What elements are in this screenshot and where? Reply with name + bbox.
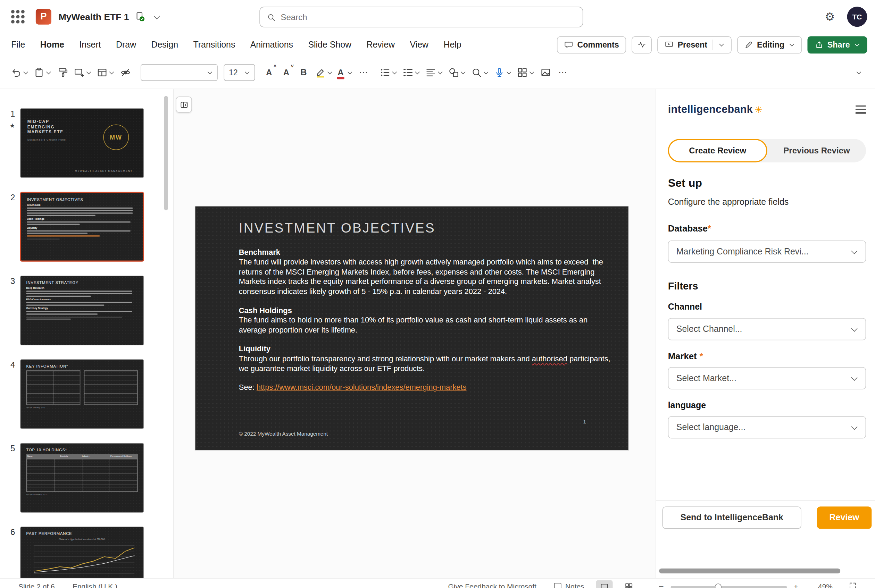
send-to-intelligencebank-button[interactable]: Send to IntelligenceBank xyxy=(662,506,801,529)
slide-thumbnail-3[interactable]: INVESTMENT STRATEGY Deep Research ESG Co… xyxy=(20,276,144,345)
review-button[interactable]: Review xyxy=(817,506,872,529)
feedback-link[interactable]: Give Feedback to Microsoft xyxy=(448,582,536,588)
zoom-slider[interactable] xyxy=(671,586,787,588)
share-dropdown-chevron-icon[interactable] xyxy=(855,42,860,46)
find-chevron-icon[interactable] xyxy=(484,69,489,74)
font-name-combo[interactable] xyxy=(141,64,218,81)
channel-select[interactable]: Select Channel... xyxy=(668,318,866,340)
settings-gear-icon[interactable]: ⚙ xyxy=(825,11,835,22)
slide-grid-button[interactable] xyxy=(515,63,536,82)
editing-dropdown-chevron-icon[interactable] xyxy=(789,42,794,46)
powerpoint-logo[interactable]: P xyxy=(36,9,51,25)
tab-file[interactable]: File xyxy=(11,40,25,50)
shapes-button[interactable] xyxy=(446,63,467,82)
zoom-in-button[interactable]: + xyxy=(793,582,798,588)
slide-editor[interactable]: INVESTMENT OBJECTIVES Benchmark The fund… xyxy=(195,207,628,450)
font-name-chevron-icon[interactable] xyxy=(207,69,212,74)
msci-hyperlink[interactable]: https://www.msci.com/our-solutions/index… xyxy=(257,384,467,392)
present-dropdown-chevron-icon[interactable] xyxy=(719,42,723,46)
comments-button[interactable]: Comments xyxy=(557,36,626,54)
normal-view-button[interactable] xyxy=(596,580,612,588)
language-status[interactable]: English (U.K.) xyxy=(72,582,117,588)
bullets-button[interactable] xyxy=(378,63,399,82)
zoom-out-button[interactable]: − xyxy=(658,581,663,588)
notes-checkbox[interactable] xyxy=(554,583,561,588)
slide-sorter-view-button[interactable] xyxy=(620,580,637,588)
paste-chevron-icon[interactable] xyxy=(46,69,51,74)
document-title[interactable]: MyWealth ETF 1 xyxy=(59,12,129,22)
editing-mode-button[interactable]: Editing xyxy=(737,36,802,54)
highlight-button[interactable] xyxy=(313,63,335,82)
catch-up-button[interactable] xyxy=(632,36,652,54)
panel-horizontal-scrollbar[interactable] xyxy=(659,568,840,573)
more-font-options-button[interactable]: ⋯ xyxy=(356,63,372,82)
numbering-chevron-icon[interactable] xyxy=(415,69,420,74)
avatar[interactable]: TC xyxy=(847,7,867,27)
slide-thumbnail-4[interactable]: KEY INFORMATION* *As of January 2021. xyxy=(20,359,144,429)
tab-draw[interactable]: Draw xyxy=(116,40,136,50)
tab-design[interactable]: Design xyxy=(152,40,179,50)
tab-slide-show[interactable]: Slide Show xyxy=(308,40,351,50)
zoom-slider-knob[interactable] xyxy=(715,584,722,588)
new-slide-button[interactable] xyxy=(72,63,93,82)
tab-insert[interactable]: Insert xyxy=(79,40,101,50)
market-select[interactable]: Select Market... xyxy=(668,367,866,389)
undo-chevron-icon[interactable] xyxy=(23,69,28,74)
align-chevron-icon[interactable] xyxy=(438,69,443,74)
thumbnail-scrollbar[interactable] xyxy=(164,96,168,210)
find-button[interactable] xyxy=(469,63,490,82)
search-input[interactable] xyxy=(281,12,576,21)
saved-status-icon[interactable] xyxy=(135,11,146,22)
slide-thumbnail-2-selected[interactable]: INVESTMENT OBJECTIVES Benchmark Cash Hol… xyxy=(20,192,144,262)
shrink-font-button[interactable]: A˅ xyxy=(278,63,294,82)
bold-button[interactable]: B xyxy=(296,63,311,82)
title-dropdown-chevron-icon[interactable] xyxy=(154,13,160,20)
collapse-ribbon-button[interactable] xyxy=(850,63,866,82)
hide-slide-button[interactable] xyxy=(118,63,134,82)
grow-font-button[interactable]: A˄ xyxy=(261,63,277,82)
language-select[interactable]: Select language... xyxy=(668,416,866,438)
bullets-chevron-icon[interactable] xyxy=(392,69,397,74)
layout-chevron-icon[interactable] xyxy=(110,69,114,74)
designer-button[interactable] xyxy=(538,63,554,82)
shapes-chevron-icon[interactable] xyxy=(461,69,465,74)
ribbon-right-actions: Comments Present Editing xyxy=(557,36,867,54)
dictate-button[interactable] xyxy=(492,63,513,82)
slide-grid-chevron-icon[interactable] xyxy=(529,69,534,74)
search-bar[interactable] xyxy=(260,7,583,27)
format-painter-button[interactable] xyxy=(54,63,70,82)
tab-animations[interactable]: Animations xyxy=(250,40,293,50)
tab-previous-review[interactable]: Previous Review xyxy=(767,146,866,155)
zoom-level[interactable]: 49% xyxy=(818,582,833,588)
app-launcher-icon[interactable] xyxy=(11,10,25,24)
slide-thumbnail-1[interactable]: MID-CAP EMERGING MARKETS ETF Sustainable… xyxy=(20,108,144,178)
database-select[interactable]: Marketing Compliance Risk Revi... xyxy=(668,240,866,262)
paste-button[interactable] xyxy=(32,63,53,82)
market-label: Market* xyxy=(668,351,866,362)
slide-thumbnail-5[interactable]: TOP 10 HOLDINGS* Name Domicile Industry … xyxy=(20,443,144,513)
font-size-combo[interactable]: 12 xyxy=(224,64,255,81)
tab-review[interactable]: Review xyxy=(366,40,395,50)
tab-create-review[interactable]: Create Review xyxy=(668,138,767,162)
tab-help[interactable]: Help xyxy=(443,40,461,50)
notes-toggle[interactable]: Notes xyxy=(554,582,584,588)
highlight-chevron-icon[interactable] xyxy=(327,69,332,74)
font-color-button[interactable]: A xyxy=(336,63,354,82)
font-color-chevron-icon[interactable] xyxy=(348,69,353,74)
tab-transitions[interactable]: Transitions xyxy=(193,40,235,50)
font-size-chevron-icon[interactable] xyxy=(245,69,250,74)
more-commands-button[interactable]: ⋯ xyxy=(555,63,571,82)
dictate-chevron-icon[interactable] xyxy=(507,69,512,74)
collapse-thumbnails-button[interactable] xyxy=(176,96,192,113)
share-button[interactable]: Share xyxy=(807,36,867,54)
new-slide-chevron-icon[interactable] xyxy=(87,69,91,74)
layout-button[interactable] xyxy=(95,63,116,82)
hamburger-menu-icon[interactable] xyxy=(855,103,866,116)
undo-button[interactable] xyxy=(9,63,30,82)
tab-view[interactable]: View xyxy=(410,40,428,50)
fit-slide-button[interactable] xyxy=(848,581,857,588)
tab-home[interactable]: Home xyxy=(40,40,64,50)
align-button[interactable] xyxy=(423,63,445,82)
numbering-button[interactable] xyxy=(401,63,422,82)
present-button[interactable]: Present xyxy=(657,36,731,54)
